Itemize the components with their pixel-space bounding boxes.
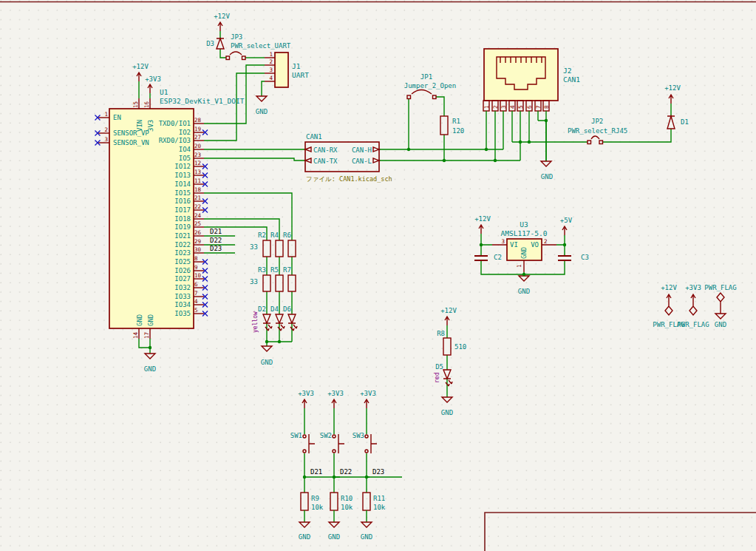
sheet-pin-canh: CAN-H	[352, 146, 372, 154]
flag-top-label: +12V	[661, 284, 677, 291]
rj45-value: CAN1	[563, 75, 580, 84]
pin-name: IO32	[174, 284, 191, 291]
d5-ref: D5	[435, 363, 443, 371]
gnd-label: GND	[441, 409, 453, 416]
uart-pin-number: 2	[269, 58, 273, 65]
d1-ref: D1	[681, 118, 689, 126]
resistor-value: 10k	[341, 504, 353, 511]
power-label: +3V3	[360, 390, 376, 397]
pin-name: IO22	[174, 241, 191, 249]
junction-dot	[563, 243, 566, 246]
power-label: +12V	[474, 215, 491, 223]
flag-top-label: PWR_FLAG	[704, 284, 736, 291]
gnd-label: GND	[541, 173, 553, 180]
gnd-label: GND	[299, 533, 310, 541]
r1-value: 120	[452, 127, 464, 135]
pin-number: 26	[194, 229, 202, 236]
junction-dot	[278, 340, 281, 343]
pin-name: IO35	[174, 310, 191, 317]
gnd-label: GND	[261, 359, 273, 366]
pin-number: 8	[194, 255, 198, 262]
uart-pin-number: 3	[269, 67, 273, 73]
rj45-pin-number: 2	[492, 105, 499, 109]
pin-number: 3	[104, 136, 108, 143]
pin-name: IO14	[174, 180, 191, 188]
pin-number: 23	[194, 152, 201, 158]
u3-pin-vi: VI	[510, 241, 518, 249]
uart-pin-number: 4	[269, 75, 273, 81]
rj45-pin-number: 5	[517, 105, 524, 109]
pin-number: 6	[194, 281, 198, 288]
resistor-ref: R10	[341, 495, 353, 502]
net-label[interactable]: D21	[310, 468, 322, 476]
uart-value: UART	[292, 71, 309, 79]
led-color: yellow	[252, 311, 259, 333]
pin-name: SENSOR_VP	[113, 129, 149, 137]
rj45-pin-number: 4	[509, 105, 516, 109]
junction-dot	[407, 148, 410, 151]
junction-dot	[480, 243, 483, 246]
pin-number: 27	[194, 134, 201, 141]
junction-dot	[485, 148, 488, 151]
esp32-pin14-num: 14	[132, 331, 139, 339]
esp32-pin-gnd17-name: GND	[147, 314, 154, 326]
r8-value: 510	[454, 343, 466, 351]
pin-name: IO5	[179, 155, 191, 162]
schematic-svg: U1 ESP32_DevKit_V1_DOIT 15 16 VIN 3V3 14…	[0, 0, 756, 551]
junction-dot	[519, 141, 522, 143]
jp1-ref: JP1	[420, 73, 432, 81]
pin-number: 1	[104, 111, 108, 118]
power-label: +12V	[132, 63, 149, 70]
power-label: +5V	[560, 217, 573, 224]
junction-dot	[528, 141, 531, 143]
r1-ref: R1	[452, 118, 460, 125]
junction-dot	[443, 159, 446, 162]
net-label-d22[interactable]: D22	[210, 237, 222, 244]
net-label[interactable]: D23	[372, 468, 384, 476]
rj45-pin-number: 1	[483, 105, 490, 109]
pin-name: IO4	[179, 146, 191, 153]
esp32-pin17-num: 17	[143, 332, 150, 339]
gnd-label: GND	[256, 108, 268, 115]
pin-name: SENSOR_VN	[113, 139, 149, 146]
sheet-pin-canl: CAN-L	[352, 158, 372, 165]
led-ref: D2	[258, 305, 266, 313]
pin-name: IO13	[174, 172, 191, 179]
u3-pin-gnd: GND	[520, 247, 528, 259]
resistor-value: 10k	[373, 504, 386, 511]
pin-name: RXD0/IO3	[159, 137, 191, 144]
pin-name: IO12	[174, 163, 191, 170]
net-label-d21[interactable]: D21	[210, 228, 222, 235]
pin-number: 10	[194, 272, 202, 279]
resistor-ref: R7	[283, 266, 291, 274]
pin-number: 20	[194, 143, 202, 149]
junction-dot	[494, 159, 497, 162]
jp3-value: PWR_select_UART	[231, 42, 291, 50]
rj45-pin-number: 3	[500, 105, 507, 109]
net-label[interactable]: D22	[340, 468, 352, 476]
junction-dot	[303, 476, 306, 479]
pin-name: IO21	[174, 232, 191, 240]
pin-number: 11	[194, 178, 201, 184]
net-label-d23[interactable]: D23	[210, 245, 222, 252]
pin-number: 30	[194, 246, 202, 253]
pin-number: 7	[194, 290, 198, 297]
c2-ref: C2	[494, 254, 502, 261]
schematic-canvas: U1 ESP32_DevKit_V1_DOIT 15 16 VIN 3V3 14…	[0, 0, 756, 551]
esp32-pin15-num: 15	[132, 101, 139, 108]
flag-bottom-label: PWR_FLAG	[677, 321, 709, 328]
r8-ref: R8	[437, 330, 445, 337]
power-label: +3V3	[298, 390, 314, 397]
resistor-ref: R5	[270, 266, 279, 274]
pin-number: 19	[194, 126, 201, 132]
power-label: +12V	[214, 13, 230, 20]
esp32-ref: U1	[160, 88, 168, 96]
resistor-ref: R9	[311, 495, 319, 502]
pin-name: TXD0/IO1	[159, 120, 191, 127]
led-ref: D6	[283, 305, 291, 313]
gnd-label: GND	[328, 533, 340, 541]
esp32-pin16-num: 16	[143, 101, 150, 108]
pin-name: IO2	[179, 129, 191, 136]
pin-name: IO33	[174, 293, 191, 300]
resistor-value: 10k	[311, 504, 324, 511]
